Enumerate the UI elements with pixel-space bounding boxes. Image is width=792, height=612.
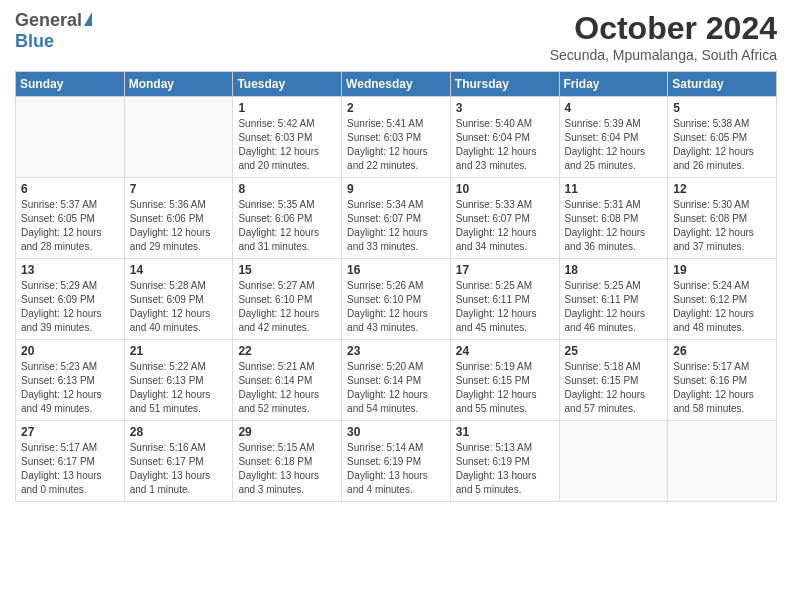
weekday-header: Monday [124,72,233,97]
day-detail: Sunrise: 5:38 AM Sunset: 6:05 PM Dayligh… [673,117,771,173]
calendar-cell: 16Sunrise: 5:26 AM Sunset: 6:10 PM Dayli… [342,259,451,340]
day-number: 11 [565,182,663,196]
day-number: 16 [347,263,445,277]
day-detail: Sunrise: 5:15 AM Sunset: 6:18 PM Dayligh… [238,441,336,497]
calendar-cell: 11Sunrise: 5:31 AM Sunset: 6:08 PM Dayli… [559,178,668,259]
day-number: 17 [456,263,554,277]
day-detail: Sunrise: 5:36 AM Sunset: 6:06 PM Dayligh… [130,198,228,254]
day-detail: Sunrise: 5:22 AM Sunset: 6:13 PM Dayligh… [130,360,228,416]
calendar-cell: 25Sunrise: 5:18 AM Sunset: 6:15 PM Dayli… [559,340,668,421]
day-number: 13 [21,263,119,277]
day-detail: Sunrise: 5:20 AM Sunset: 6:14 PM Dayligh… [347,360,445,416]
day-detail: Sunrise: 5:26 AM Sunset: 6:10 PM Dayligh… [347,279,445,335]
day-number: 15 [238,263,336,277]
calendar-cell: 1Sunrise: 5:42 AM Sunset: 6:03 PM Daylig… [233,97,342,178]
calendar-cell: 29Sunrise: 5:15 AM Sunset: 6:18 PM Dayli… [233,421,342,502]
calendar-cell: 18Sunrise: 5:25 AM Sunset: 6:11 PM Dayli… [559,259,668,340]
logo-icon [84,12,92,26]
day-number: 21 [130,344,228,358]
calendar-cell [668,421,777,502]
calendar-cell: 8Sunrise: 5:35 AM Sunset: 6:06 PM Daylig… [233,178,342,259]
weekday-header: Tuesday [233,72,342,97]
calendar-week-row: 27Sunrise: 5:17 AM Sunset: 6:17 PM Dayli… [16,421,777,502]
day-number: 20 [21,344,119,358]
calendar-cell: 21Sunrise: 5:22 AM Sunset: 6:13 PM Dayli… [124,340,233,421]
title-block: October 2024 Secunda, Mpumalanga, South … [550,10,777,63]
calendar-cell: 26Sunrise: 5:17 AM Sunset: 6:16 PM Dayli… [668,340,777,421]
day-detail: Sunrise: 5:33 AM Sunset: 6:07 PM Dayligh… [456,198,554,254]
calendar-cell: 6Sunrise: 5:37 AM Sunset: 6:05 PM Daylig… [16,178,125,259]
day-number: 18 [565,263,663,277]
calendar-cell: 2Sunrise: 5:41 AM Sunset: 6:03 PM Daylig… [342,97,451,178]
calendar-cell: 17Sunrise: 5:25 AM Sunset: 6:11 PM Dayli… [450,259,559,340]
calendar-cell: 3Sunrise: 5:40 AM Sunset: 6:04 PM Daylig… [450,97,559,178]
calendar-cell [16,97,125,178]
day-number: 12 [673,182,771,196]
day-number: 30 [347,425,445,439]
calendar-cell: 10Sunrise: 5:33 AM Sunset: 6:07 PM Dayli… [450,178,559,259]
day-detail: Sunrise: 5:39 AM Sunset: 6:04 PM Dayligh… [565,117,663,173]
day-number: 6 [21,182,119,196]
day-number: 29 [238,425,336,439]
day-detail: Sunrise: 5:16 AM Sunset: 6:17 PM Dayligh… [130,441,228,497]
day-number: 8 [238,182,336,196]
day-number: 9 [347,182,445,196]
calendar-cell: 5Sunrise: 5:38 AM Sunset: 6:05 PM Daylig… [668,97,777,178]
day-number: 3 [456,101,554,115]
day-detail: Sunrise: 5:23 AM Sunset: 6:13 PM Dayligh… [21,360,119,416]
calendar-cell [124,97,233,178]
calendar-week-row: 1Sunrise: 5:42 AM Sunset: 6:03 PM Daylig… [16,97,777,178]
day-number: 28 [130,425,228,439]
day-detail: Sunrise: 5:28 AM Sunset: 6:09 PM Dayligh… [130,279,228,335]
day-number: 27 [21,425,119,439]
calendar-cell: 19Sunrise: 5:24 AM Sunset: 6:12 PM Dayli… [668,259,777,340]
calendar-cell: 20Sunrise: 5:23 AM Sunset: 6:13 PM Dayli… [16,340,125,421]
day-detail: Sunrise: 5:13 AM Sunset: 6:19 PM Dayligh… [456,441,554,497]
day-number: 19 [673,263,771,277]
day-number: 25 [565,344,663,358]
main-title: October 2024 [550,10,777,47]
day-detail: Sunrise: 5:40 AM Sunset: 6:04 PM Dayligh… [456,117,554,173]
calendar-cell: 22Sunrise: 5:21 AM Sunset: 6:14 PM Dayli… [233,340,342,421]
calendar-cell: 28Sunrise: 5:16 AM Sunset: 6:17 PM Dayli… [124,421,233,502]
calendar-cell: 14Sunrise: 5:28 AM Sunset: 6:09 PM Dayli… [124,259,233,340]
day-detail: Sunrise: 5:25 AM Sunset: 6:11 PM Dayligh… [456,279,554,335]
weekday-header: Saturday [668,72,777,97]
logo-blue: Blue [15,31,54,51]
weekday-header: Friday [559,72,668,97]
calendar-cell: 12Sunrise: 5:30 AM Sunset: 6:08 PM Dayli… [668,178,777,259]
day-number: 7 [130,182,228,196]
calendar-cell: 4Sunrise: 5:39 AM Sunset: 6:04 PM Daylig… [559,97,668,178]
weekday-header: Thursday [450,72,559,97]
calendar-cell: 7Sunrise: 5:36 AM Sunset: 6:06 PM Daylig… [124,178,233,259]
weekday-header: Sunday [16,72,125,97]
weekday-header: Wednesday [342,72,451,97]
day-detail: Sunrise: 5:27 AM Sunset: 6:10 PM Dayligh… [238,279,336,335]
day-number: 22 [238,344,336,358]
calendar-cell: 24Sunrise: 5:19 AM Sunset: 6:15 PM Dayli… [450,340,559,421]
day-detail: Sunrise: 5:42 AM Sunset: 6:03 PM Dayligh… [238,117,336,173]
day-number: 10 [456,182,554,196]
day-detail: Sunrise: 5:41 AM Sunset: 6:03 PM Dayligh… [347,117,445,173]
day-number: 23 [347,344,445,358]
day-detail: Sunrise: 5:17 AM Sunset: 6:16 PM Dayligh… [673,360,771,416]
calendar-week-row: 20Sunrise: 5:23 AM Sunset: 6:13 PM Dayli… [16,340,777,421]
day-detail: Sunrise: 5:30 AM Sunset: 6:08 PM Dayligh… [673,198,771,254]
calendar-cell: 23Sunrise: 5:20 AM Sunset: 6:14 PM Dayli… [342,340,451,421]
calendar-cell: 30Sunrise: 5:14 AM Sunset: 6:19 PM Dayli… [342,421,451,502]
page-header: General Blue October 2024 Secunda, Mpuma… [15,10,777,63]
day-detail: Sunrise: 5:35 AM Sunset: 6:06 PM Dayligh… [238,198,336,254]
logo-general: General [15,10,82,31]
calendar-cell [559,421,668,502]
calendar-week-row: 6Sunrise: 5:37 AM Sunset: 6:05 PM Daylig… [16,178,777,259]
day-detail: Sunrise: 5:31 AM Sunset: 6:08 PM Dayligh… [565,198,663,254]
day-number: 2 [347,101,445,115]
day-detail: Sunrise: 5:37 AM Sunset: 6:05 PM Dayligh… [21,198,119,254]
calendar-cell: 9Sunrise: 5:34 AM Sunset: 6:07 PM Daylig… [342,178,451,259]
day-detail: Sunrise: 5:19 AM Sunset: 6:15 PM Dayligh… [456,360,554,416]
day-number: 4 [565,101,663,115]
calendar-table: SundayMondayTuesdayWednesdayThursdayFrid… [15,71,777,502]
calendar-cell: 15Sunrise: 5:27 AM Sunset: 6:10 PM Dayli… [233,259,342,340]
day-detail: Sunrise: 5:29 AM Sunset: 6:09 PM Dayligh… [21,279,119,335]
calendar-cell: 31Sunrise: 5:13 AM Sunset: 6:19 PM Dayli… [450,421,559,502]
